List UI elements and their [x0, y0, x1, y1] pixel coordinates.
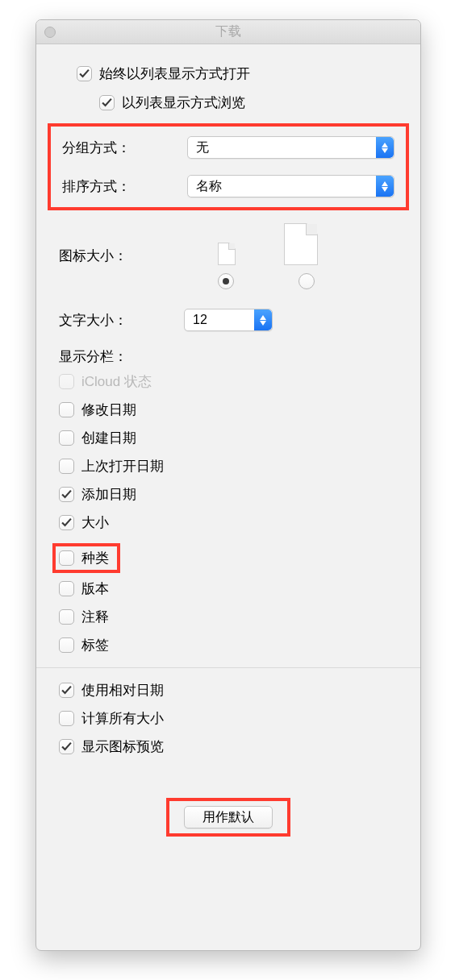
sort-by-value: 名称 — [188, 178, 222, 195]
calc-sizes-row: 计算所有大小 — [59, 709, 398, 728]
column-label: 创建日期 — [81, 429, 136, 447]
text-size-select[interactable]: 12 — [184, 309, 273, 331]
column-checkbox[interactable] — [59, 459, 74, 474]
icon-size-radio-row — [59, 273, 398, 289]
view-options-window: 下载 始终以列表显示方式打开 以列表显示方式浏览 分组方式： 无 — [35, 19, 421, 951]
use-as-default-button[interactable]: 用作默认 — [184, 806, 273, 828]
file-icon-large — [284, 223, 318, 265]
column-item: 大小 — [59, 513, 398, 532]
icon-size-row: 图标大小： — [59, 223, 398, 265]
column-label: 大小 — [81, 513, 109, 532]
column-item-highlight: 种类 — [52, 543, 120, 573]
show-preview-checkbox[interactable] — [59, 739, 74, 754]
file-icon-small — [218, 243, 236, 265]
column-label: 修改日期 — [81, 401, 136, 419]
select-arrows-icon — [376, 137, 394, 158]
relative-dates-checkbox[interactable] — [59, 683, 74, 698]
icon-size-section: 图标大小： — [59, 223, 398, 289]
column-checkbox[interactable] — [59, 609, 74, 625]
icon-size-large-radio[interactable] — [298, 273, 315, 289]
column-label: 种类 — [81, 549, 109, 567]
footer-section: 使用相对日期 计算所有大小 显示图标预览 — [59, 681, 398, 756]
column-label: 上次打开日期 — [81, 457, 164, 475]
group-by-value: 无 — [188, 139, 209, 156]
column-item: 创建日期 — [59, 429, 398, 447]
column-item: 修改日期 — [59, 401, 398, 419]
relative-dates-row: 使用相对日期 — [59, 681, 398, 700]
calc-sizes-checkbox[interactable] — [59, 711, 74, 726]
group-by-label: 分组方式： — [62, 139, 187, 157]
show-columns-title: 显示分栏： — [59, 347, 398, 366]
select-arrows-icon — [254, 309, 272, 330]
always-open-list-checkbox[interactable] — [77, 66, 92, 81]
show-preview-row: 显示图标预览 — [59, 737, 398, 756]
column-item: 添加日期 — [59, 485, 398, 504]
columns-list: iCloud 状态修改日期创建日期上次打开日期添加日期大小种类版本注释标签 — [59, 372, 398, 654]
column-item: iCloud 状态 — [59, 372, 398, 391]
icon-size-small-radio[interactable] — [218, 273, 234, 289]
title-bar: 下载 — [36, 20, 420, 44]
column-checkbox[interactable] — [59, 487, 74, 502]
text-size-label: 文字大小： — [59, 311, 184, 330]
column-label: 标签 — [81, 636, 109, 654]
column-label: 添加日期 — [81, 485, 136, 504]
column-checkbox — [59, 374, 74, 389]
text-size-row: 文字大小： 12 — [59, 309, 398, 331]
column-checkbox[interactable] — [59, 402, 74, 417]
footer-button-wrap: 用作默认 — [59, 798, 398, 837]
browse-list-label: 以列表显示方式浏览 — [122, 93, 245, 112]
column-checkbox[interactable] — [59, 550, 74, 566]
sort-by-row: 排序方式： 名称 — [62, 175, 394, 197]
column-label: 版本 — [81, 579, 109, 598]
always-open-list-row: 始终以列表显示方式打开 — [77, 62, 398, 85]
column-label: 注释 — [81, 608, 109, 626]
sort-by-label: 排序方式： — [62, 177, 187, 196]
group-by-select[interactable]: 无 — [187, 136, 394, 159]
column-item: 注释 — [59, 608, 398, 626]
window-title: 下载 — [36, 23, 420, 40]
sort-by-select[interactable]: 名称 — [187, 175, 394, 197]
show-columns-section: 显示分栏： iCloud 状态修改日期创建日期上次打开日期添加日期大小种类版本注… — [59, 347, 398, 654]
browse-list-checkbox[interactable] — [99, 95, 115, 110]
column-item: 标签 — [59, 636, 398, 654]
content-area: 始终以列表显示方式打开 以列表显示方式浏览 分组方式： 无 排序方式： — [36, 44, 420, 837]
column-item: 版本 — [59, 579, 398, 598]
column-checkbox[interactable] — [59, 515, 74, 530]
column-checkbox[interactable] — [59, 581, 74, 596]
icon-size-label: 图标大小： — [59, 232, 184, 265]
divider — [36, 667, 420, 668]
select-arrows-icon — [376, 176, 394, 197]
column-checkbox[interactable] — [59, 430, 74, 446]
text-size-value: 12 — [185, 313, 207, 327]
default-button-highlight: 用作默认 — [166, 798, 290, 837]
column-label: iCloud 状态 — [81, 372, 152, 391]
relative-dates-label: 使用相对日期 — [81, 681, 164, 700]
always-open-list-label: 始终以列表显示方式打开 — [99, 64, 250, 83]
close-window-button[interactable] — [44, 27, 56, 38]
grouping-highlight-box: 分组方式： 无 排序方式： 名称 — [48, 123, 409, 210]
column-checkbox[interactable] — [59, 637, 74, 653]
show-preview-label: 显示图标预览 — [81, 737, 164, 756]
column-item: 上次打开日期 — [59, 457, 398, 475]
browse-list-row: 以列表显示方式浏览 — [99, 91, 398, 114]
calc-sizes-label: 计算所有大小 — [81, 709, 164, 728]
group-by-row: 分组方式： 无 — [62, 136, 394, 159]
